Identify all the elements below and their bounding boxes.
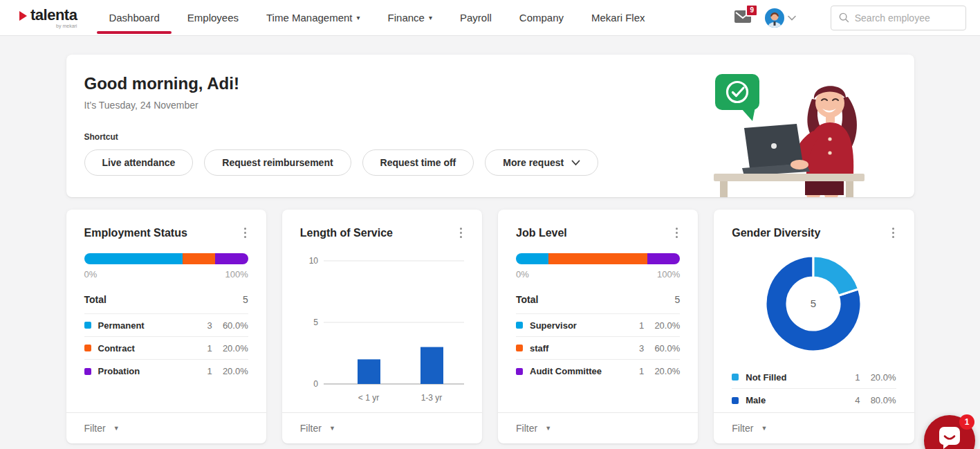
legend-pct: 20.0%	[212, 343, 248, 354]
nav-item-payroll[interactable]: Payroll	[460, 0, 492, 36]
search-icon	[839, 12, 849, 24]
user-menu[interactable]	[765, 8, 796, 28]
card-body: 0% 100% Total 5 Permanent 3 60.0%	[66, 240, 266, 412]
filter-dropdown[interactable]: Filter ▼	[282, 412, 482, 443]
chevron-down-icon: ▼	[113, 425, 120, 432]
card-title: Employment Status	[84, 227, 187, 239]
request-reimbursement-button[interactable]: Request reimbursement	[204, 149, 351, 176]
search-input[interactable]	[855, 12, 958, 24]
bar-1-3yr	[420, 347, 443, 384]
nav-label: Dashboard	[109, 12, 159, 24]
scale-min-label: 0%	[516, 269, 529, 280]
nav-item-mekari-flex[interactable]: Mekari Flex	[591, 0, 645, 36]
y-tick-0: 0	[313, 379, 318, 389]
legend-row-contract: Contract 1 20.0%	[84, 337, 248, 360]
request-time-off-button[interactable]: Request time off	[362, 149, 474, 176]
card-body: 10 5 0 < 1 yr 1-3 yr	[282, 240, 482, 412]
filter-dropdown[interactable]: Filter ▼	[66, 412, 266, 443]
legend-color-swatch	[732, 374, 739, 381]
greeting-illustration	[703, 59, 876, 197]
nav-item-finance[interactable]: Finance ▾	[388, 0, 432, 36]
chat-bubble-icon	[937, 425, 962, 449]
legend-name: Probation	[98, 366, 194, 376]
pill-label: Request time off	[380, 157, 456, 168]
nav-label: Payroll	[460, 12, 492, 24]
card-header: Employment Status	[66, 210, 266, 240]
chevron-down-icon: ▼	[329, 425, 335, 432]
inbox-button[interactable]: 9	[734, 10, 751, 26]
kebab-menu-icon[interactable]	[890, 226, 896, 240]
filter-label: Filter	[732, 423, 753, 434]
total-label: Total	[84, 294, 107, 305]
chevron-down-icon: ▾	[357, 14, 360, 21]
chat-unread-badge: 1	[959, 414, 974, 430]
talenta-dashboard-page: talenta by mekari Dashboard Employees Ti…	[0, 0, 980, 449]
legend-count: 1	[194, 343, 212, 354]
employment-status-stacked-bar	[84, 253, 248, 264]
pill-label: More request	[503, 157, 564, 168]
scale-max-label: 100%	[657, 269, 680, 280]
legend-count: 1	[842, 372, 860, 383]
stat-cards-row: Employment Status 0% 100% Total 5	[66, 210, 914, 443]
bar-lt-1yr	[358, 359, 380, 384]
length-of-service-card: Length of Service 10 5 0 < 1 yr 1-3	[282, 210, 482, 443]
card-header: Length of Service	[282, 210, 482, 240]
card-header: Job Level	[498, 210, 698, 240]
nav-item-employees[interactable]: Employees	[187, 0, 239, 36]
kebab-menu-icon[interactable]	[242, 226, 248, 240]
nav-item-dashboard[interactable]: Dashboard	[109, 0, 159, 36]
more-request-button[interactable]: More request	[485, 149, 598, 176]
filter-label: Filter	[516, 423, 537, 434]
stacked-bar-segment	[516, 253, 548, 264]
legend-count: 4	[842, 395, 860, 405]
legend-pct: 20.0%	[860, 372, 896, 383]
legend-name: Not Filled	[746, 372, 842, 383]
legend-name: Permanent	[98, 320, 194, 331]
total-row: Total 5	[84, 294, 248, 314]
legend-color-swatch	[732, 397, 739, 404]
donut-center-label: 5	[811, 297, 816, 309]
legend-color-swatch	[516, 368, 523, 375]
mail-unread-badge: 9	[746, 4, 758, 17]
avatar	[765, 8, 784, 28]
nav-label: Employees	[187, 12, 239, 24]
legend-color-swatch	[84, 368, 91, 375]
chat-launcher-button[interactable]: 1	[924, 415, 975, 449]
live-attendance-button[interactable]: Live attendance	[84, 149, 194, 176]
talenta-logo[interactable]: talenta by mekari	[19, 8, 77, 28]
legend-row-staff: staff 3 60.0%	[516, 337, 680, 360]
logo-arrow-icon	[19, 11, 27, 21]
legend-count: 1	[194, 366, 212, 376]
legend-count: 3	[626, 343, 644, 354]
legend-row-audit-committee: Audit Committee 1 20.0%	[516, 360, 680, 383]
nav-item-time-management[interactable]: Time Management ▾	[266, 0, 360, 36]
total-label: Total	[516, 294, 538, 305]
check-bubble-icon	[715, 74, 759, 121]
legend-name: Male	[746, 395, 842, 405]
nav-item-company[interactable]: Company	[519, 0, 564, 36]
legend-name: Audit Committee	[530, 366, 626, 376]
filter-dropdown[interactable]: Filter ▼	[498, 412, 698, 443]
scale-labels: 0% 100%	[84, 269, 248, 280]
scale-labels: 0% 100%	[516, 269, 680, 280]
legend-pct: 20.0%	[212, 366, 248, 376]
card-title: Job Level	[516, 227, 567, 239]
dashboard-content: Good morning, Adi! It’s Tuesday, 24 Nove…	[66, 55, 914, 443]
kebab-menu-icon[interactable]	[458, 226, 464, 240]
chevron-down-icon: ▼	[545, 425, 551, 432]
chevron-down-icon	[788, 15, 796, 21]
legend-pct: 20.0%	[644, 320, 680, 331]
total-row: Total 5	[516, 294, 680, 314]
y-tick-10: 10	[308, 256, 318, 266]
gender-diversity-donut-chart: 5	[732, 241, 896, 366]
legend-color-swatch	[84, 322, 91, 329]
filter-dropdown[interactable]: Filter ▼	[714, 412, 914, 443]
card-title: Gender Diversity	[732, 227, 820, 239]
x-label-1-3yr: 1-3 yr	[420, 393, 442, 403]
nav-label: Finance	[388, 12, 425, 24]
stacked-bar-segment	[548, 253, 647, 264]
pill-label: Request reimbursement	[222, 157, 333, 168]
stacked-bar-segment	[215, 253, 248, 264]
kebab-menu-icon[interactable]	[674, 226, 680, 240]
legend-pct: 80.0%	[860, 395, 896, 405]
